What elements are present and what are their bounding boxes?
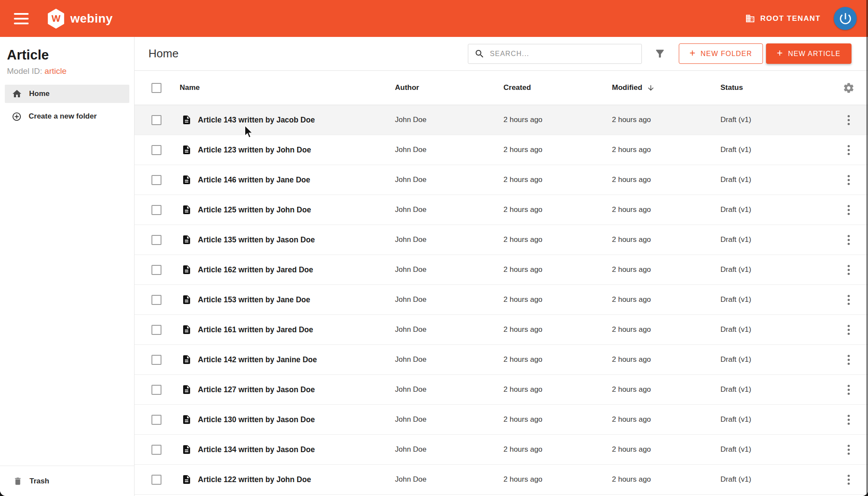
row-actions-kebab-menu[interactable] <box>845 292 852 308</box>
row-actions-kebab-menu[interactable] <box>845 412 852 427</box>
entry-name: Article 122 written by John Doe <box>198 475 311 484</box>
row-checkbox[interactable] <box>151 115 161 125</box>
row-actions-kebab-menu[interactable] <box>845 202 852 218</box>
entry-name-cell[interactable]: Article 153 written by Jane Doe <box>174 294 395 305</box>
entry-created: 2 hours ago <box>503 415 612 424</box>
entry-name: Article 161 written by Jared Doe <box>198 325 313 334</box>
row-actions-kebab-menu[interactable] <box>845 442 852 457</box>
entry-created: 2 hours ago <box>503 325 612 334</box>
row-actions-kebab-menu[interactable] <box>845 112 852 128</box>
entry-name-cell[interactable]: Article 162 written by Jared Doe <box>174 265 395 275</box>
row-checkbox[interactable] <box>151 385 161 395</box>
table-row[interactable]: Article 161 written by Jared Doe John Do… <box>135 315 868 345</box>
table-row[interactable]: Article 153 written by Jane Doe John Doe… <box>135 285 868 315</box>
table-row[interactable]: Article 134 written by Jason Doe John Do… <box>135 435 868 465</box>
trash-button[interactable]: Trash <box>0 466 134 496</box>
table-row[interactable]: Article 135 written by Jason Doe John Do… <box>135 225 868 255</box>
row-checkbox[interactable] <box>151 355 161 365</box>
row-checkbox[interactable] <box>151 475 161 485</box>
entry-name: Article 162 written by Jared Doe <box>198 265 313 274</box>
table-row[interactable]: Article 123 written by John Doe John Doe… <box>135 135 868 165</box>
table-row[interactable]: Article 146 written by Jane Doe John Doe… <box>135 165 868 195</box>
tenant-selector[interactable]: ROOT TENANT <box>745 13 821 23</box>
entry-name-cell[interactable]: Article 161 written by Jared Doe <box>174 324 395 335</box>
search-input[interactable] <box>490 44 641 63</box>
hamburger-menu-icon[interactable] <box>14 13 29 24</box>
row-checkbox[interactable] <box>151 325 161 335</box>
user-avatar[interactable] <box>834 7 857 30</box>
new-article-button[interactable]: + NEW ARTICLE <box>766 43 852 64</box>
table-row[interactable]: Article 142 written by Janine Doe John D… <box>135 345 868 375</box>
row-checkbox[interactable] <box>151 175 161 185</box>
row-actions-kebab-menu[interactable] <box>845 322 852 337</box>
sidebar-item-home[interactable]: Home <box>5 85 129 103</box>
row-checkbox[interactable] <box>151 235 161 245</box>
breadcrumb-current-folder: Home <box>148 47 178 60</box>
row-actions-kebab-menu[interactable] <box>845 472 852 487</box>
entry-modified: 2 hours ago <box>612 385 720 394</box>
entry-name: Article 146 written by Jane Doe <box>198 175 310 185</box>
table-row[interactable]: Article 122 written by John Doe John Doe… <box>135 465 868 495</box>
webiny-logo: W webiny <box>47 8 113 29</box>
folder-tree: Home Create a new folder <box>0 85 134 126</box>
row-checkbox[interactable] <box>151 205 161 215</box>
entry-name: Article 135 written by Jason Doe <box>198 235 315 245</box>
entry-name: Article 125 written by John Doe <box>198 205 311 215</box>
row-checkbox[interactable] <box>151 415 161 425</box>
column-header-modified[interactable]: Modified <box>612 83 720 92</box>
entry-name-cell[interactable]: Article 134 written by Jason Doe <box>174 444 395 455</box>
entry-created: 2 hours ago <box>503 235 612 244</box>
row-actions-kebab-menu[interactable] <box>845 352 852 367</box>
entry-name-cell[interactable]: Article 142 written by Janine Doe <box>174 354 395 365</box>
row-actions-kebab-menu[interactable] <box>845 232 852 248</box>
entry-created: 2 hours ago <box>503 116 612 124</box>
document-icon <box>181 175 192 185</box>
select-all-checkbox[interactable] <box>151 83 161 93</box>
entry-author: John Doe <box>395 415 503 424</box>
row-checkbox[interactable] <box>151 445 161 455</box>
entry-modified: 2 hours ago <box>612 355 720 364</box>
entry-name-cell[interactable]: Article 123 written by John Doe <box>174 145 395 155</box>
document-icon <box>181 294 192 305</box>
table-row[interactable]: Article 125 written by John Doe John Doe… <box>135 195 868 225</box>
plus-icon: + <box>690 48 696 58</box>
entry-name-cell[interactable]: Article 125 written by John Doe <box>174 205 395 215</box>
row-actions-kebab-menu[interactable] <box>845 172 852 188</box>
row-actions-kebab-menu[interactable] <box>845 382 852 397</box>
create-new-folder-button[interactable]: Create a new folder <box>5 107 129 126</box>
trash-label: Trash <box>30 477 49 486</box>
webiny-hexagon-icon: W <box>47 8 65 29</box>
filter-button[interactable] <box>654 48 666 60</box>
search-box <box>468 44 642 64</box>
entry-status: Draft (v1) <box>720 445 829 454</box>
svg-text:W: W <box>52 13 61 24</box>
entry-author: John Doe <box>395 445 503 454</box>
entry-name-cell[interactable]: Article 143 written by Jacob Doe <box>174 115 395 125</box>
entry-name-cell[interactable]: Article 130 written by Jason Doe <box>174 414 395 425</box>
row-checkbox[interactable] <box>151 145 161 155</box>
column-header-author[interactable]: Author <box>395 83 503 92</box>
entry-created: 2 hours ago <box>503 475 612 484</box>
row-checkbox[interactable] <box>151 265 161 275</box>
sidebar-item-label: Home <box>29 89 49 98</box>
document-icon <box>181 324 192 335</box>
table-row[interactable]: Article 130 written by Jason Doe John Do… <box>135 405 868 435</box>
table-settings-gear-icon[interactable] <box>843 82 855 94</box>
table-row[interactable]: Article 162 written by Jared Doe John Do… <box>135 255 868 285</box>
entry-name-cell[interactable]: Article 122 written by John Doe <box>174 474 395 485</box>
entry-name-cell[interactable]: Article 146 written by Jane Doe <box>174 175 395 185</box>
table-row[interactable]: Article 143 written by Jacob Doe John Do… <box>135 105 868 135</box>
row-actions-kebab-menu[interactable] <box>845 262 852 278</box>
row-actions-kebab-menu[interactable] <box>845 142 852 158</box>
entry-name-cell[interactable]: Article 135 written by Jason Doe <box>174 235 395 245</box>
entry-author: John Doe <box>395 205 503 214</box>
column-header-status[interactable]: Status <box>720 83 829 92</box>
row-checkbox[interactable] <box>151 295 161 305</box>
entry-name-cell[interactable]: Article 127 written by Jason Doe <box>174 384 395 395</box>
column-header-created[interactable]: Created <box>503 83 612 92</box>
column-header-name[interactable]: Name <box>174 83 395 92</box>
table-row[interactable]: Article 127 written by Jason Doe John Do… <box>135 375 868 405</box>
new-folder-button[interactable]: + NEW FOLDER <box>679 43 763 64</box>
entry-name: Article 143 written by Jacob Doe <box>198 116 315 125</box>
entry-created: 2 hours ago <box>503 385 612 394</box>
